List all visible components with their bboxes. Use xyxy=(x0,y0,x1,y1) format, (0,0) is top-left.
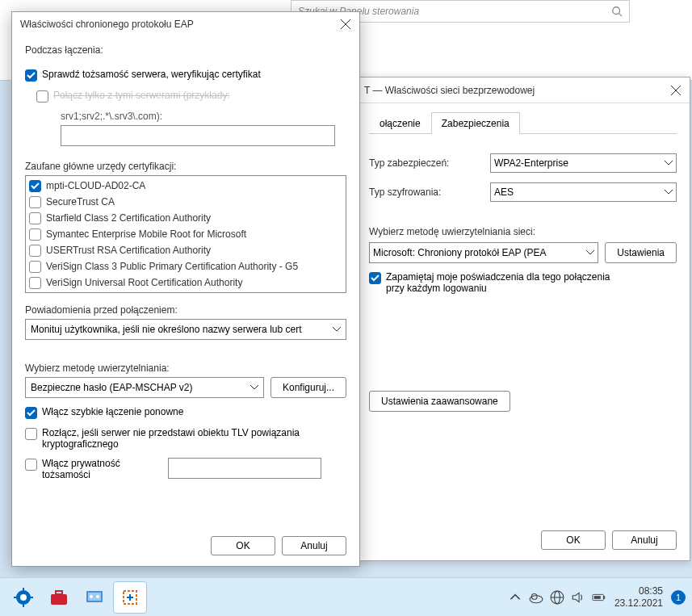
cancel-button[interactable]: Anuluj xyxy=(282,536,346,555)
svg-point-17 xyxy=(96,595,99,598)
tab-connection[interactable]: ołączenie xyxy=(369,112,431,134)
eap-body: Podczas łączenia: Sprawdź tożsamość serw… xyxy=(12,36,359,526)
trusted-ca-item[interactable]: Starfield Class 2 Certification Authorit… xyxy=(29,210,342,226)
notify-label: Powiadomienia przed połączeniem: xyxy=(25,304,346,316)
gear-icon xyxy=(14,588,33,607)
identity-input[interactable] xyxy=(168,458,321,479)
taskbar-snipping-icon[interactable] xyxy=(113,581,147,614)
connect-servers-checkbox[interactable] xyxy=(36,90,48,103)
trusted-ca-label: Zaufane główne urzędy certyfikacji: xyxy=(25,161,346,172)
auth-method-select[interactable]: Bezpieczne hasło (EAP-MSCHAP v2) xyxy=(25,377,264,398)
trusted-ca-checkbox[interactable] xyxy=(29,212,41,224)
wireless-body: ołączenie Zabezpieczenia Typ zabezpiecze… xyxy=(356,103,690,520)
verify-cert-checkbox[interactable] xyxy=(25,69,37,82)
chevron-down-icon xyxy=(586,250,594,255)
eap-properties-window: Właściwości chronionego protokołu EAP Po… xyxy=(11,11,360,567)
auth-method-value: Bezpieczne hasło (EAP-MSCHAP v2) xyxy=(31,382,193,393)
trusted-ca-item[interactable]: Symantec Enterprise Mobile Root for Micr… xyxy=(29,226,342,242)
notify-value: Monituj użytkownika, jeśli nie określono… xyxy=(31,324,301,335)
eap-footer: OK Anuluj xyxy=(12,526,359,566)
auth-method-label: Wybierz metodę uwierzytelniania: xyxy=(25,362,346,374)
servers-example-text: srv1;srv2;.*\.srv3\.com): xyxy=(61,111,346,122)
taskbar-right: 08:35 23.12.2021 1 xyxy=(508,585,686,609)
tab-security[interactable]: Zabezpieczenia xyxy=(431,112,520,134)
security-type-value: WPA2-Enterprise xyxy=(494,157,568,169)
trusted-ca-label: USERTrust RSA Certification Authority xyxy=(46,245,211,256)
trusted-ca-item[interactable]: VeriSign Class 3 Public Primary Certific… xyxy=(29,258,342,274)
trusted-ca-checkbox[interactable] xyxy=(29,245,41,257)
wireless-titlebar[interactable]: T — Właściwości sieci bezprzewodowej xyxy=(356,78,690,103)
fast-reconnect-row: Włącz szybkie łączenie ponowne xyxy=(25,406,346,419)
advanced-settings-button[interactable]: Ustawienia zaawansowane xyxy=(369,391,510,412)
onedrive-icon[interactable] xyxy=(529,590,543,605)
svg-point-7 xyxy=(20,594,27,601)
trusted-ca-item[interactable]: SecureTrust CA xyxy=(29,194,342,210)
svg-point-16 xyxy=(90,595,93,598)
svg-point-0 xyxy=(613,7,620,15)
trusted-ca-label: VeriSign Universal Root Certification Au… xyxy=(46,277,242,288)
verify-cert-label: Sprawdź tożsamość serwera, weryfikując c… xyxy=(42,69,261,80)
trusted-ca-checkbox[interactable] xyxy=(29,180,41,192)
trusted-ca-checkbox[interactable] xyxy=(29,261,41,273)
security-type-select[interactable]: WPA2-Enterprise xyxy=(490,153,677,173)
svg-rect-27 xyxy=(603,596,605,599)
taskbar-settings-icon[interactable] xyxy=(6,581,40,614)
encryption-select[interactable]: AES xyxy=(490,182,677,202)
chevron-down-icon xyxy=(665,161,673,166)
ok-button[interactable]: OK xyxy=(541,530,606,550)
disconnect-tlv-checkbox[interactable] xyxy=(25,428,37,440)
check-icon xyxy=(27,409,36,417)
connect-servers-row: Połącz tylko z tymi serwerami (przykłady… xyxy=(36,90,346,103)
ok-button[interactable]: OK xyxy=(211,536,275,555)
close-icon[interactable] xyxy=(340,19,351,30)
check-icon xyxy=(371,274,380,283)
control-panel-icon xyxy=(85,588,104,607)
advanced-wrap: Ustawienia zaawansowane xyxy=(369,391,677,412)
svg-rect-12 xyxy=(51,594,67,605)
trusted-ca-checkbox[interactable] xyxy=(29,196,41,208)
disconnect-tlv-label: Rozłącz, jeśli serwer nie przedstawi obi… xyxy=(42,427,333,450)
fast-reconnect-label: Włącz szybkie łączenie ponowne xyxy=(42,406,183,417)
encryption-row: Typ szyfrowania: AES xyxy=(369,182,677,202)
check-icon xyxy=(27,71,36,80)
notify-select[interactable]: Monituj użytkownika, jeśli nie określono… xyxy=(25,319,346,340)
svg-rect-28 xyxy=(594,596,601,599)
wireless-footer: OK Anuluj xyxy=(356,520,690,560)
settings-button[interactable]: Ustawienia xyxy=(605,242,677,263)
network-icon[interactable] xyxy=(550,590,564,605)
trusted-ca-item[interactable]: VeriSign Universal Root Certification Au… xyxy=(29,274,342,291)
notification-badge[interactable]: 1 xyxy=(671,590,686,605)
battery-icon[interactable] xyxy=(592,590,606,605)
fast-reconnect-checkbox[interactable] xyxy=(25,407,37,419)
servers-input[interactable] xyxy=(61,125,335,146)
taskbar-toolbox-icon[interactable] xyxy=(42,581,76,614)
auth-method-select[interactable]: Microsoft: Chroniony protokół EAP (PEA xyxy=(369,242,598,263)
remember-creds-checkbox[interactable] xyxy=(369,272,381,284)
trusted-ca-item[interactable]: mpti-CLOUD-AD02-CA xyxy=(29,178,342,194)
close-icon[interactable] xyxy=(670,85,682,96)
cancel-button[interactable]: Anuluj xyxy=(612,530,677,550)
disconnect-tlv-row: Rozłącz, jeśli serwer nie przedstawi obi… xyxy=(25,427,346,450)
chevron-down-icon xyxy=(250,385,258,390)
chevron-up-icon[interactable] xyxy=(508,590,522,605)
trusted-ca-label: Starfield Class 2 Certification Authorit… xyxy=(46,212,211,224)
trusted-ca-list[interactable]: mpti-CLOUD-AD02-CASecureTrust CAStarfiel… xyxy=(25,175,346,293)
identity-privacy-checkbox[interactable] xyxy=(25,459,37,471)
trusted-ca-item[interactable]: USERTrust RSA Certification Authority xyxy=(29,242,342,258)
trusted-ca-checkbox[interactable] xyxy=(29,277,41,289)
eap-titlebar[interactable]: Właściwości chronionego protokołu EAP xyxy=(12,12,359,36)
window-title: T — Właściwości sieci bezprzewodowej xyxy=(364,85,535,96)
tray-icons xyxy=(508,590,606,605)
chevron-down-icon xyxy=(333,327,341,332)
chevron-down-icon xyxy=(665,190,673,195)
auth-method-value: Microsoft: Chroniony protokół EAP (PEA xyxy=(373,247,547,258)
trusted-ca-label: VeriSign Class 3 Public Primary Certific… xyxy=(46,261,298,272)
trusted-ca-checkbox[interactable] xyxy=(29,228,41,241)
configure-button[interactable]: Konfiguruj... xyxy=(271,377,346,398)
auth-method-row: Bezpieczne hasło (EAP-MSCHAP v2) Konfigu… xyxy=(25,377,346,398)
snipping-tool-icon xyxy=(120,588,140,607)
encryption-value: AES xyxy=(494,186,514,198)
taskbar-control-panel-icon[interactable] xyxy=(78,581,111,614)
volume-icon[interactable] xyxy=(571,590,585,605)
clock[interactable]: 08:35 23.12.2021 xyxy=(614,585,663,609)
